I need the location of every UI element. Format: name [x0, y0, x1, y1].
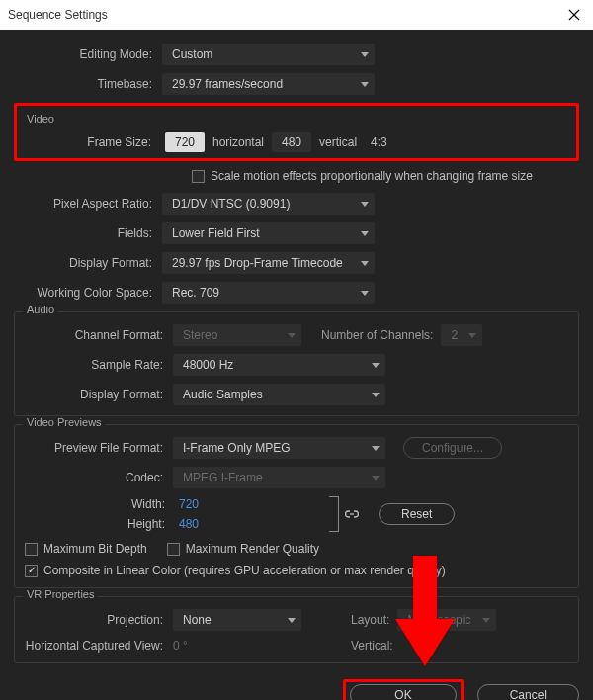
max-render-quality-checkbox[interactable]	[167, 543, 180, 556]
ok-highlight: OK	[343, 679, 463, 700]
layout-select: Monoscopic	[397, 609, 496, 631]
editing-mode-value: Custom	[172, 47, 212, 61]
horizontal-label: horizontal	[212, 135, 264, 149]
preview-file-format-label: Preview File Format:	[25, 441, 173, 455]
sample-rate-label: Sample Rate:	[25, 358, 173, 372]
max-bit-depth-checkbox[interactable]	[25, 543, 38, 556]
preview-width-label: Width:	[119, 497, 173, 511]
hcv-label: Horizontal Captured View:	[25, 639, 173, 653]
layout-value: Monoscopic	[407, 613, 470, 627]
previews-legend: Video Previews	[23, 416, 106, 428]
video-display-format-value: 29.97 fps Drop-Frame Timecode	[172, 256, 343, 270]
audio-legend: Audio	[23, 304, 58, 315]
editing-mode-label: Editing Mode:	[14, 47, 162, 61]
fields-value: Lower Field First	[172, 226, 260, 240]
video-legend: Video	[27, 113, 54, 125]
chevron-down-icon	[361, 261, 369, 266]
vr-legend: VR Properties	[23, 588, 98, 600]
chevron-down-icon	[372, 393, 380, 397]
reset-button[interactable]: Reset	[379, 503, 455, 525]
codec-value: MPEG I-Frame	[183, 471, 263, 484]
chevron-down-icon	[361, 291, 369, 296]
preview-height-value[interactable]: 480	[173, 517, 205, 531]
previews-fieldset: Video Previews Preview File Format: I-Fr…	[14, 424, 579, 588]
sample-rate-value: 48000 Hz	[183, 358, 233, 372]
projection-value: None	[183, 613, 212, 627]
chevron-down-icon	[288, 618, 296, 623]
chevron-down-icon	[361, 202, 369, 207]
vr-vertical-label: Vertical:	[351, 639, 393, 653]
codec-label: Codec:	[25, 471, 173, 484]
chevron-down-icon	[482, 618, 490, 623]
audio-display-format-value: Audio Samples	[183, 388, 263, 401]
composite-linear-checkbox[interactable]	[25, 565, 38, 577]
window-title: Sequence Settings	[8, 8, 108, 22]
par-label: Pixel Aspect Ratio:	[14, 197, 162, 211]
par-value: D1/DV NTSC (0.9091)	[172, 197, 290, 211]
chevron-down-icon	[361, 52, 369, 57]
fields-select[interactable]: Lower Field First	[162, 222, 375, 244]
num-channels-select: 2	[441, 324, 482, 346]
preview-height-label: Height:	[119, 517, 173, 531]
timebase-value: 29.97 frames/second	[172, 77, 283, 91]
channel-format-select: Stereo	[173, 324, 301, 346]
timebase-select[interactable]: 29.97 frames/second	[162, 73, 375, 95]
composite-linear-label: Composite in Linear Color (requires GPU …	[43, 564, 446, 577]
num-channels-value: 2	[451, 328, 458, 342]
editing-mode-select[interactable]: Custom	[162, 44, 375, 65]
chevron-down-icon	[361, 82, 369, 87]
projection-label: Projection:	[25, 613, 173, 627]
chevron-down-icon	[372, 363, 380, 368]
preview-file-format-value: I-Frame Only MPEG	[183, 441, 291, 455]
preview-width-value[interactable]: 720	[173, 497, 205, 511]
video-display-format-label: Display Format:	[14, 256, 162, 270]
aspect-ratio: 4:3	[371, 135, 387, 149]
max-render-quality-label: Maximum Render Quality	[186, 542, 319, 556]
layout-label: Layout:	[351, 613, 389, 627]
wcs-select[interactable]: Rec. 709	[162, 282, 375, 304]
fields-label: Fields:	[14, 226, 162, 240]
wcs-value: Rec. 709	[172, 286, 219, 300]
cancel-label: Cancel	[510, 688, 547, 700]
audio-fieldset: Audio Channel Format: Stereo Number of C…	[14, 311, 579, 416]
channel-format-value: Stereo	[183, 328, 217, 342]
num-channels-label: Number of Channels:	[321, 328, 433, 342]
chevron-down-icon	[468, 333, 476, 338]
timebase-label: Timebase:	[14, 77, 162, 91]
projection-select[interactable]: None	[173, 609, 301, 631]
video-display-format-select[interactable]: 29.97 fps Drop-Frame Timecode	[162, 252, 375, 274]
frame-width-input[interactable]	[165, 132, 205, 152]
hcv-value: 0 °	[173, 639, 301, 653]
configure-label: Configure...	[422, 441, 483, 455]
frame-height-input[interactable]	[272, 132, 311, 152]
chevron-down-icon	[361, 231, 369, 236]
audio-display-format-label: Display Format:	[25, 388, 173, 401]
channel-format-label: Channel Format:	[25, 328, 173, 342]
configure-button: Configure...	[403, 437, 502, 459]
audio-display-format-select[interactable]: Audio Samples	[173, 384, 385, 405]
chevron-down-icon	[372, 446, 380, 451]
ok-button[interactable]: OK	[350, 684, 456, 700]
frame-size-label: Frame Size:	[68, 135, 157, 149]
vertical-label: vertical	[319, 135, 357, 149]
reset-label: Reset	[401, 507, 432, 521]
codec-select: MPEG I-Frame	[173, 467, 385, 488]
video-section-highlight: Video Frame Size: horizontal vertical 4:…	[14, 103, 579, 161]
link-icon[interactable]	[345, 507, 359, 521]
close-icon[interactable]	[565, 6, 583, 24]
preview-file-format-select[interactable]: I-Frame Only MPEG	[173, 437, 385, 459]
bracket-icon	[329, 496, 339, 532]
scale-motion-label: Scale motion effects proportionally when…	[211, 169, 533, 183]
cancel-button[interactable]: Cancel	[477, 684, 579, 700]
vr-fieldset: VR Properties Projection: None Layout: M…	[14, 596, 579, 663]
max-bit-depth-label: Maximum Bit Depth	[43, 542, 147, 556]
chevron-down-icon	[372, 476, 380, 481]
par-select[interactable]: D1/DV NTSC (0.9091)	[162, 193, 375, 215]
wcs-label: Working Color Space:	[14, 286, 162, 300]
sample-rate-select[interactable]: 48000 Hz	[173, 354, 385, 376]
scale-motion-checkbox[interactable]	[192, 170, 205, 183]
chevron-down-icon	[288, 333, 296, 338]
ok-label: OK	[394, 688, 411, 700]
